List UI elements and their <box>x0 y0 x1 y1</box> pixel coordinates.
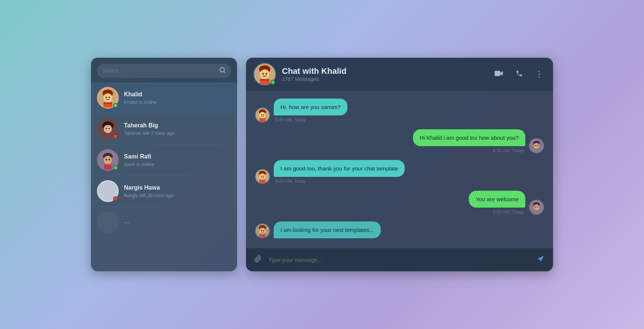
messages-area[interactable]: Hi, how are you samim? 8:40 AM, Today <box>246 91 553 248</box>
attach-button[interactable] <box>252 253 264 267</box>
contact-item-partial[interactable]: ... <box>91 207 237 238</box>
svg-rect-8 <box>103 102 112 104</box>
svg-rect-28 <box>495 71 500 76</box>
avatar-wrapper-nargis <box>97 180 119 202</box>
svg-point-38 <box>535 145 536 146</box>
status-dot-sami <box>113 165 118 170</box>
message-time-1: 8:40 AM, Today <box>274 117 347 123</box>
status-dot-khalid <box>113 103 118 108</box>
svg-point-49 <box>535 206 536 208</box>
svg-point-55 <box>263 230 264 231</box>
message-bubble-5: I am looking for your next templates... <box>274 221 381 238</box>
contact-status-khalid: Khalid is online <box>124 99 231 105</box>
message-bubble-wrapper-3: I am good too, thank you for your chat t… <box>274 160 405 184</box>
chat-header-actions: ⋮ <box>492 67 546 81</box>
svg-point-6 <box>109 97 110 98</box>
svg-point-23 <box>260 69 270 79</box>
svg-point-43 <box>261 176 262 177</box>
search-input[interactable] <box>102 68 219 74</box>
phone-call-button[interactable] <box>513 67 525 81</box>
svg-point-39 <box>537 145 538 146</box>
chat-subtitle: 1767 Messages <box>282 76 486 82</box>
input-area <box>246 248 553 271</box>
search-bar <box>91 58 237 82</box>
avatar-wrapper-sami <box>97 149 119 171</box>
contact-info-nargis: Nargis Hawa Nargis left 30 mins ago <box>124 184 231 198</box>
message-bubble-3: I am good too, thank you for your chat t… <box>274 160 405 177</box>
avatar-wrapper-taherah <box>97 118 119 140</box>
msg-avatar-self-2 <box>529 200 544 215</box>
video-call-button[interactable] <box>492 68 506 81</box>
svg-point-24 <box>262 73 264 75</box>
svg-point-33 <box>263 114 264 115</box>
contact-name-khalid: Khalid <box>124 91 231 98</box>
msg-avatar-self-1 <box>529 138 544 153</box>
message-time-4: 9:05 AM, Today <box>492 209 526 215</box>
svg-point-48 <box>534 204 539 210</box>
contact-item-nargis[interactable]: Nargis Hawa Nargis left 30 mins ago <box>91 176 237 207</box>
svg-rect-27 <box>260 79 270 81</box>
svg-point-37 <box>534 143 539 148</box>
svg-point-25 <box>265 73 267 75</box>
svg-point-5 <box>106 97 107 98</box>
avatar-wrapper-partial <box>97 211 119 233</box>
message-input[interactable] <box>268 254 530 266</box>
chat-header-info: Chat with Khalid 1767 Messages <box>282 66 486 82</box>
svg-point-19 <box>109 159 110 160</box>
contact-status-taherah: Taherah left 7 mins ago <box>124 130 231 136</box>
app-container: Khalid Khalid is online <box>91 58 553 271</box>
message-bubble-2: Hi Khalid i am good tnx how about you? <box>413 129 525 146</box>
avatar-partial <box>97 211 119 233</box>
message-row-4: You are welcome 9:05 AM, Today <box>255 191 544 215</box>
search-button[interactable] <box>219 67 226 75</box>
contact-item-khalid[interactable]: Khalid Khalid is online <box>91 82 237 114</box>
message-bubble-wrapper-5: I am looking for your next templates... <box>274 221 381 238</box>
message-row-3: I am good too, thank you for your chat t… <box>255 160 544 184</box>
right-panel: Chat with Khalid 1767 Messages ⋮ <box>246 58 553 271</box>
more-options-button[interactable]: ⋮ <box>533 67 546 81</box>
contact-name-sami: Sami Rafi <box>124 153 231 160</box>
avatar-wrapper-khalid <box>97 87 119 109</box>
svg-rect-56 <box>259 234 266 238</box>
svg-rect-45 <box>259 179 266 183</box>
chat-title: Chat with Khalid <box>282 66 486 76</box>
contact-name-taherah: Taherah Big <box>124 122 231 129</box>
svg-point-13 <box>109 128 110 129</box>
contact-status-sami: Sami is online <box>124 162 231 167</box>
svg-point-50 <box>537 206 538 208</box>
msg-avatar-khalid-3 <box>255 223 270 238</box>
message-bubble-wrapper-1: Hi, how are you samim? 8:40 AM, Today <box>274 99 347 123</box>
contact-info-taherah: Taherah Big Taherah left 7 mins ago <box>124 122 231 136</box>
message-bubble-wrapper-4: You are welcome 9:05 AM, Today <box>469 191 525 215</box>
contact-info-khalid: Khalid Khalid is online <box>124 91 231 105</box>
message-row-5: I am looking for your next templates... <box>255 221 544 238</box>
svg-point-4 <box>103 93 112 102</box>
contact-item-sami[interactable]: Sami Rafi Sami is online <box>91 145 237 176</box>
contact-name-partial: ... <box>124 218 231 225</box>
svg-point-53 <box>259 228 266 234</box>
header-status-dot <box>270 80 275 85</box>
contact-info-partial: ... <box>124 218 231 226</box>
contact-status-nargis: Nargis left 30 mins ago <box>124 193 231 198</box>
send-button[interactable] <box>534 253 547 267</box>
svg-point-31 <box>259 112 266 118</box>
status-dot-nargis <box>113 196 118 201</box>
message-bubble-wrapper-2: Hi Khalid i am good tnx how about you? 8… <box>413 129 525 153</box>
contact-info-sami: Sami Rafi Sami is online <box>124 153 231 167</box>
msg-avatar-khalid-2 <box>255 169 270 184</box>
message-row-2: Hi Khalid i am good tnx how about you? 8… <box>255 129 544 153</box>
chat-header-avatar <box>253 63 276 85</box>
svg-rect-20 <box>104 164 112 170</box>
contact-item-taherah[interactable]: Taherah Big Taherah left 7 mins ago <box>91 114 237 145</box>
status-dot-taherah <box>113 134 118 139</box>
message-bubble-4: You are welcome <box>469 191 525 208</box>
svg-point-18 <box>106 159 107 160</box>
svg-line-1 <box>224 71 225 72</box>
contact-name-nargis: Nargis Hawa <box>124 184 231 191</box>
svg-point-54 <box>261 230 262 231</box>
msg-avatar-khalid-1 <box>255 108 270 123</box>
search-wrapper <box>97 64 231 78</box>
svg-point-32 <box>261 114 262 115</box>
message-row-1: Hi, how are you samim? 8:40 AM, Today <box>255 99 544 123</box>
svg-point-42 <box>259 173 266 180</box>
